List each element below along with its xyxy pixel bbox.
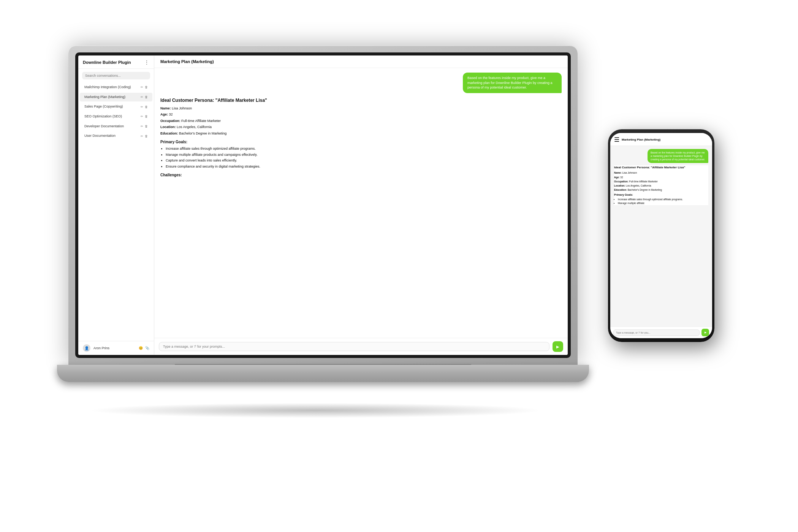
goal-item: Increase affiliate sales through optimiz… [166,146,267,152]
phone-education-label: Education: [614,188,627,191]
laptop-body: Downline Builder Plugin ⋮ Mailchimp Inte… [68,46,578,365]
phone-screen: ☰ Marketing Plan (Marketing) Based on th… [610,133,712,338]
goal-item: Capture and convert leads into sales eff… [166,158,267,163]
user-message: Based on the features inside my product,… [463,73,562,93]
occupation-label: Occupation: [160,119,180,123]
ai-location: Location: Los Angeles, California [160,125,267,130]
laptop-shadow [87,403,543,418]
sidebar-item-label: User Documentation [84,134,141,138]
goals-list: Increase affiliate sales through optimiz… [160,146,267,169]
send-button[interactable] [553,341,563,352]
attachment-icon[interactable]: 📎 [145,346,149,350]
sidebar-item-developer-docs[interactable]: Developer Documentation ✏ 🗑 [80,122,152,131]
age-label: Age: [160,112,168,116]
edit-icon[interactable]: ✏ [141,135,143,138]
sidebar-item-sales[interactable]: Sales Page (Copywriting) ✏ 🗑 [80,102,152,111]
phone-message-input[interactable] [613,329,700,336]
sidebar-menu-icon[interactable]: ⋮ [144,59,149,65]
phone-age-value: 32 [620,176,623,179]
app-ui: Downline Builder Plugin ⋮ Mailchimp Inte… [78,55,568,355]
phone-occupation-label: Occupation: [614,180,629,183]
phone-goals-list: Increase affiliate sales through optimiz… [614,198,708,205]
sidebar-header: Downline Builder Plugin ⋮ [78,55,154,69]
sidebar-item-label: SEO Optimization (SEO) [84,114,141,119]
laptop-bezel: Downline Builder Plugin ⋮ Mailchimp Inte… [75,52,571,358]
message-input[interactable] [159,342,549,351]
occupation-value: Full-time Affiliate Marketer [181,119,221,123]
edit-icon[interactable]: ✏ [141,105,143,109]
phone-location-value: Los Angeles, California [626,184,651,187]
sidebar-item-label: Developer Documentation [84,124,141,129]
laptop-screen: Downline Builder Plugin ⋮ Mailchimp Inte… [78,55,568,355]
phone-user-message: Based on the features inside my product,… [648,149,708,163]
phone-name-label: Name: [614,171,622,174]
phone-chat-title: Marketing Plan (Marketing) [622,138,708,141]
name-label: Name: [160,106,171,110]
edit-icon[interactable]: ✏ [141,125,143,128]
location-label: Location: [160,125,176,129]
sidebar-item-label: Marketing Plan (Marketing) [84,95,141,100]
phone-input-area [610,326,712,338]
sidebar-title: Downline Builder Plugin [83,60,144,65]
phone-goal-item: Manage multiple affiliate [618,201,708,205]
footer-icons: 😊 📎 [139,346,149,350]
chat-input-area [154,338,568,355]
delete-icon[interactable]: 🗑 [145,125,148,128]
delete-icon[interactable]: 🗑 [145,115,148,118]
phone: ☰ Marketing Plan (Marketing) Based on th… [608,129,714,342]
goal-item: Manage multiple affiliate products and c… [166,152,267,158]
phone-body: ☰ Marketing Plan (Marketing) Based on th… [608,129,714,342]
scene: Downline Builder Plugin ⋮ Mailchimp Inte… [0,0,798,532]
phone-ai-occupation: Occupation: Full-time Affiliate Marketer [614,180,708,183]
delete-icon[interactable]: 🗑 [145,105,148,109]
sidebar-item-seo[interactable]: SEO Optimization (SEO) ✏ 🗑 [80,112,152,121]
phone-location-label: Location: [614,184,625,187]
chat-messages: Based on the features inside my product,… [154,68,568,338]
edit-icon[interactable]: ✏ [141,95,143,99]
delete-icon[interactable]: 🗑 [145,95,148,99]
ai-name: Name: Lisa Johnson [160,106,267,111]
location-value: Los Angeles, California [177,125,212,129]
phone-menu-icon[interactable]: ☰ [614,136,619,143]
sidebar-item-label: Sales Page (Copywriting) [84,104,141,109]
phone-occupation-value: Full-time Affiliate Marketer [629,180,658,183]
ai-age: Age: 32 [160,112,267,117]
chat-header: Marketing Plan (Marketing) [154,55,568,68]
edit-icon[interactable]: ✏ [141,115,143,118]
phone-age-label: Age: [614,176,619,179]
sidebar-item-icons: ✏ 🗑 [141,115,148,118]
ai-persona-title: Ideal Customer Persona: "Affiliate Marke… [160,97,267,104]
laptop: Downline Builder Plugin ⋮ Mailchimp Inte… [68,46,600,418]
sidebar-item-icons: ✏ 🗑 [141,125,148,128]
emoji-icon[interactable]: 😊 [139,346,143,350]
phone-ai-message: Ideal Customer Persona: "Affiliate Marke… [614,165,708,205]
delete-icon[interactable]: 🗑 [145,86,148,89]
primary-goals-heading: Primary Goals: [160,139,267,145]
phone-ai-education: Education: Bachelor's Degree in Marketin… [614,188,708,192]
phone-name-value: Lisa Johnson [622,171,637,174]
sidebar-item-icons: ✏ 🗑 [141,86,148,89]
phone-ai-name: Name: Lisa Johnson [614,171,708,174]
sidebar-item-user-docs[interactable]: User Documentation ✏ 🗑 [80,131,152,141]
challenges-heading: Challenges: [160,172,267,178]
sidebar-item-marketing[interactable]: Marketing Plan (Marketing) ✏ 🗑 [80,93,152,102]
phone-ai-title: Ideal Customer Persona: "Affiliate Marke… [614,165,708,169]
search-input[interactable] [82,72,150,79]
ai-occupation: Occupation: Full-time Affiliate Marketer [160,119,267,124]
delete-icon[interactable]: 🗑 [145,135,148,138]
phone-messages: Based on the features inside my product,… [610,146,712,326]
goal-item: Ensure compliance and security in digita… [166,164,267,169]
phone-header: ☰ Marketing Plan (Marketing) [610,133,712,146]
user-name: Aron Prins [93,346,109,350]
sidebar: Downline Builder Plugin ⋮ Mailchimp Inte… [78,55,154,355]
chat-area: Marketing Plan (Marketing) Based on the … [154,55,568,355]
phone-send-button[interactable] [701,329,709,336]
edit-icon[interactable]: ✏ [141,86,143,89]
avatar: 👤 [83,344,90,352]
ai-education: Education: Bachelor's Degree in Marketin… [160,131,267,136]
sidebar-item-mailchimp[interactable]: Mailchimp Integration (Coding) ✏ 🗑 [80,83,152,92]
phone-education-value: Bachelor's Degree in Marketing [627,188,662,191]
laptop-base [57,365,589,382]
age-value: 32 [169,112,173,116]
phone-goals-heading: Primary Goals: [614,193,708,197]
